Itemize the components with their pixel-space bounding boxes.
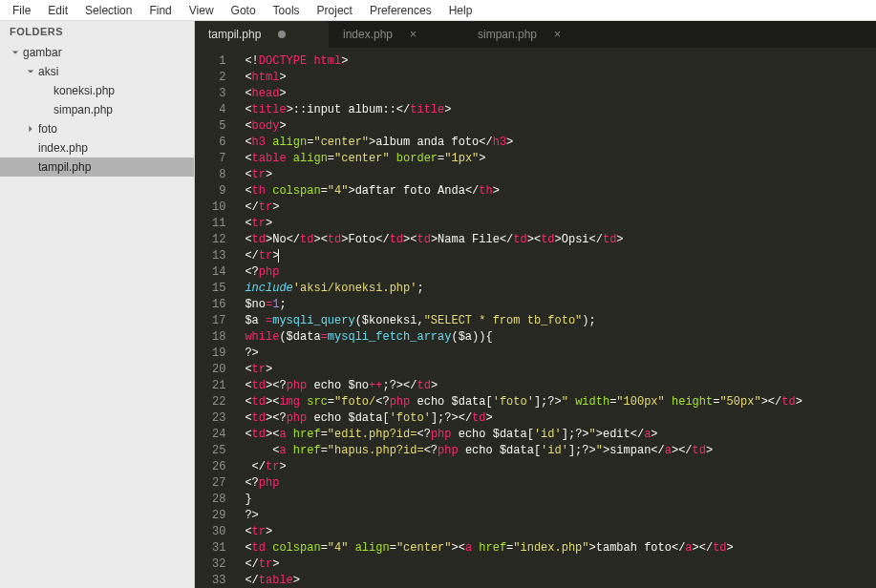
menu-item-project[interactable]: Project [309, 1, 361, 20]
code-line[interactable]: </table> [245, 573, 876, 588]
code-line[interactable]: <a href="hapus.php?id=<?php echo $data['… [245, 443, 876, 459]
menu-item-preferences[interactable]: Preferences [361, 1, 440, 20]
tab[interactable]: simpan.php× [464, 21, 598, 48]
code-line[interactable]: <body> [245, 118, 876, 135]
line-number: 11 [212, 216, 225, 232]
code-line[interactable]: <html> [245, 70, 876, 86]
main-area: FOLDERS gambaraksikoneksi.phpsimpan.phpf… [0, 21, 876, 588]
code-line[interactable]: <tr> [245, 216, 876, 232]
tab-dirty-indicator-icon[interactable] [278, 31, 286, 38]
line-number: 18 [212, 329, 225, 346]
code-line[interactable]: <title>::input album::</title> [245, 102, 876, 118]
code-line[interactable]: <tr> [245, 524, 876, 540]
folder-tree: gambaraksikoneksi.phpsimpan.phpfotoindex… [0, 41, 194, 588]
line-number: 2 [212, 70, 225, 86]
line-number: 19 [212, 346, 225, 362]
code-line[interactable]: <?php [245, 264, 876, 281]
line-number: 33 [212, 573, 225, 588]
line-number: 14 [212, 264, 225, 281]
tree-item-label: gambar [23, 46, 62, 59]
code-line[interactable]: while($data=mysqli_fetch_array($a)){ [245, 329, 876, 346]
code-line[interactable]: </tr> [245, 556, 876, 573]
code-line[interactable]: <!DOCTYPE html> [245, 53, 876, 70]
code-line[interactable]: <td colspan="4" align="center"><a href="… [245, 540, 876, 556]
code-line[interactable]: <tr> [245, 167, 876, 183]
chevron-right-icon[interactable] [25, 123, 36, 135]
tree-item[interactable]: foto [0, 119, 194, 138]
line-number: 5 [212, 118, 225, 135]
tab[interactable]: index.php× [330, 21, 463, 48]
tab-bar: tampil.phpindex.php×simpan.php× [195, 21, 876, 48]
menu-item-file[interactable]: File [4, 1, 39, 20]
code-line[interactable]: <td><?php echo $no++;?></td> [245, 378, 876, 394]
line-number: 22 [212, 394, 225, 410]
code-line[interactable]: } [245, 492, 876, 508]
text-cursor [278, 249, 279, 262]
menu-item-view[interactable]: View [181, 1, 223, 20]
menu-bar: FileEditSelectionFindViewGotoToolsProjec… [0, 0, 876, 21]
tab-close-icon[interactable]: × [410, 28, 417, 41]
tree-item[interactable]: aksi [0, 62, 194, 81]
code-line[interactable]: <table align="center" border="1px"> [245, 151, 876, 167]
code-line[interactable]: ?> [245, 346, 876, 362]
sidebar: FOLDERS gambaraksikoneksi.phpsimpan.phpf… [0, 21, 195, 588]
code-line[interactable]: </tr> [245, 200, 876, 216]
line-number: 30 [212, 524, 225, 540]
line-number: 4 [212, 102, 225, 118]
line-number: 28 [212, 492, 225, 508]
tree-item[interactable]: simpan.php [0, 100, 194, 119]
tree-item[interactable]: index.php [0, 138, 194, 158]
tree-item[interactable]: koneksi.php [0, 81, 194, 100]
line-number: 24 [212, 427, 225, 443]
line-number: 17 [212, 313, 225, 329]
menu-item-selection[interactable]: Selection [76, 1, 140, 20]
tree-item[interactable]: gambar [0, 43, 194, 62]
line-number: 26 [212, 459, 225, 475]
code-line[interactable]: <head> [245, 86, 876, 102]
menu-item-find[interactable]: Find [140, 1, 180, 20]
tree-item[interactable]: tampil.php [0, 158, 194, 177]
line-number: 7 [212, 151, 225, 167]
code-line[interactable]: <th colspan="4">daftar foto Anda</th> [245, 183, 876, 200]
code-line[interactable]: include'aksi/koneksi.php'; [245, 281, 876, 297]
tab-label: simpan.php [478, 28, 537, 41]
menu-item-tools[interactable]: Tools [265, 1, 309, 20]
line-number: 3 [212, 86, 225, 102]
code-line[interactable]: <td><a href="edit.php?id=<?php echo $dat… [245, 427, 876, 443]
tree-item-label: koneksi.php [53, 84, 115, 97]
code-line[interactable]: <?php [245, 475, 876, 492]
menu-item-goto[interactable]: Goto [223, 1, 265, 20]
code-line[interactable]: <td>No</td><td>Foto</td><td>Nama File</t… [245, 232, 876, 248]
tab[interactable]: tampil.php [195, 21, 329, 48]
line-number: 23 [212, 410, 225, 427]
sidebar-header: FOLDERS [0, 21, 194, 41]
code-line[interactable]: $no=1; [245, 297, 876, 313]
code-line[interactable]: $a =mysqli_query($koneksi,"SELECT * from… [245, 313, 876, 329]
chevron-down-icon[interactable] [10, 47, 21, 58]
chevron-down-icon[interactable] [25, 66, 36, 77]
tab-close-icon[interactable]: × [554, 28, 561, 41]
code-content[interactable]: <!DOCTYPE html><html><head><title>::inpu… [237, 48, 876, 588]
tab-label: tampil.php [208, 28, 261, 41]
line-number: 29 [212, 508, 225, 524]
code-line[interactable]: <h3 align="center">album anda foto</h3> [245, 135, 876, 151]
code-line[interactable]: <tr> [245, 362, 876, 378]
line-number: 20 [212, 362, 225, 378]
code-line[interactable]: ?> [245, 508, 876, 524]
code-line[interactable]: <td><?php echo $data['foto'];?></td> [245, 410, 876, 427]
editor-area: tampil.phpindex.php×simpan.php× 12345678… [195, 21, 876, 588]
line-number: 31 [212, 540, 225, 556]
tree-spacer [40, 104, 52, 116]
code-line[interactable]: </tr> [245, 248, 876, 264]
line-number: 10 [212, 200, 225, 216]
tree-item-label: simpan.php [53, 103, 113, 116]
code-editor[interactable]: 1234567891011121314151617181920212223242… [195, 48, 876, 588]
line-number: 21 [212, 378, 225, 394]
line-number: 6 [212, 135, 225, 151]
tab-label: index.php [343, 28, 393, 41]
tree-spacer [40, 85, 52, 96]
menu-item-help[interactable]: Help [440, 1, 481, 20]
code-line[interactable]: <td><img src="foto/<?php echo $data['fot… [245, 394, 876, 410]
code-line[interactable]: </tr> [245, 459, 876, 475]
menu-item-edit[interactable]: Edit [39, 1, 76, 20]
